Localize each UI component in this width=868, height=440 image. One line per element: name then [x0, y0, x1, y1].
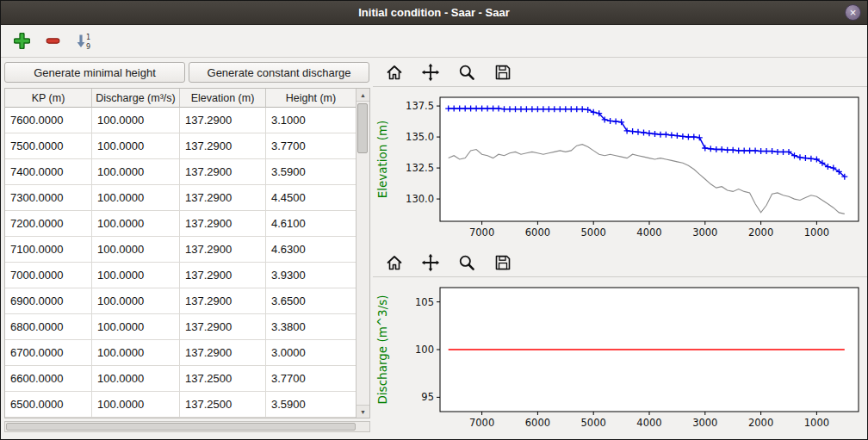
column-header[interactable]: Elevation (m) [180, 89, 266, 108]
table-cell[interactable]: 100.0000 [92, 185, 180, 211]
table-cell[interactable]: 137.2900 [180, 340, 266, 366]
table-cell[interactable]: 7300.0000 [5, 185, 92, 211]
main-toolbar: 1 9 [1, 25, 867, 58]
table-cell[interactable]: 137.2900 [180, 237, 266, 263]
table-row: 6700.0000100.0000137.29003.0000 [5, 340, 356, 366]
table-cell[interactable]: 3.6500 [266, 288, 356, 314]
table-row: 7400.0000100.0000137.29003.5900 [5, 159, 356, 185]
table-cell[interactable]: 4.6100 [266, 211, 356, 237]
table-cell[interactable]: 137.2500 [180, 392, 266, 418]
scroll-up-arrow-icon[interactable]: ▲ [356, 89, 369, 102]
discharge-plot-toolbar [373, 249, 867, 277]
table-cell[interactable]: 7400.0000 [5, 159, 92, 185]
table-cell[interactable]: 100.0000 [92, 108, 180, 133]
table-row: 7300.0000100.0000137.29004.4500 [5, 185, 356, 211]
table-cell[interactable]: 7600.0000 [5, 108, 92, 133]
table-cell[interactable]: 3.5900 [266, 392, 356, 418]
plot-area[interactable] [440, 97, 859, 221]
titlebar[interactable]: Initial condition - Saar - Saar × [1, 1, 867, 25]
pan-icon [421, 63, 440, 82]
table-cell[interactable]: 7500.0000 [5, 133, 92, 159]
table-cell[interactable]: 100.0000 [92, 340, 180, 366]
table-cell[interactable]: 3.1000 [266, 108, 356, 133]
elevation-plot-toolbar [373, 59, 867, 87]
table-cell[interactable]: 6900.0000 [5, 288, 92, 314]
plot-pan-button[interactable] [418, 251, 443, 275]
column-header[interactable]: Discharge (m³/s) [92, 89, 180, 108]
plot-pan-button[interactable] [418, 60, 443, 84]
table-body: 7600.0000100.0000137.29003.10007500.0000… [5, 108, 356, 418]
scroll-down-arrow-icon[interactable]: ▼ [356, 405, 369, 418]
table-cell[interactable]: 137.2900 [180, 211, 266, 237]
table-cell[interactable]: 4.6300 [266, 237, 356, 263]
y-tick-label: 95 [421, 391, 434, 403]
table-cell[interactable]: 3.0000 [266, 340, 356, 366]
table-cell[interactable]: 3.7700 [266, 366, 356, 392]
generate-constant-discharge-button[interactable]: Generate constant discharge [189, 62, 369, 83]
magnifier-icon [457, 63, 476, 82]
column-header[interactable]: KP (m) [5, 89, 92, 108]
sort-rows-button[interactable]: 1 9 [71, 30, 96, 53]
table-cell[interactable]: 100.0000 [92, 159, 180, 185]
plus-icon [14, 33, 30, 49]
table-cell[interactable]: 137.2900 [180, 185, 266, 211]
table-row: 6900.0000100.0000137.29003.6500 [5, 288, 356, 314]
table-cell[interactable]: 4.4500 [266, 185, 356, 211]
elevation-plot-canvas[interactable]: 7000600050004000300020001000130.0132.513… [373, 89, 865, 249]
table-cell[interactable]: 137.2900 [180, 263, 266, 288]
table-cell[interactable]: 100.0000 [92, 366, 180, 392]
generate-minimal-height-button[interactable]: Generate minimal height [4, 62, 185, 83]
x-tick-label: 4000 [636, 226, 661, 239]
plot-save-button[interactable] [490, 251, 516, 275]
table-cell[interactable]: 100.0000 [92, 237, 180, 263]
table-cell[interactable]: 7200.0000 [5, 211, 92, 237]
sort-icon: 1 9 [75, 33, 92, 50]
close-button[interactable]: × [845, 4, 861, 21]
table-cell[interactable]: 137.2900 [180, 108, 266, 133]
table-cell[interactable]: 137.2900 [180, 159, 266, 185]
vertical-scrollbar-thumb[interactable] [357, 103, 368, 153]
magnifier-icon [457, 253, 476, 272]
table-cell[interactable]: 3.3800 [266, 314, 356, 340]
table-cell[interactable]: 137.2900 [180, 314, 266, 340]
add-row-button[interactable] [9, 30, 34, 53]
y-tick-label: 130.0 [406, 193, 434, 205]
y-tick-label: 137.5 [406, 100, 434, 112]
table-cell[interactable]: 100.0000 [92, 211, 180, 237]
plot-zoom-button[interactable] [454, 60, 480, 84]
plot-home-button[interactable] [381, 60, 407, 84]
table-cell[interactable]: 137.2900 [180, 133, 266, 159]
save-icon [493, 63, 512, 82]
y-tick-label: 105 [415, 296, 434, 308]
table-cell[interactable]: 7000.0000 [5, 263, 92, 288]
generate-buttons-row: Generate minimal height Generate constan… [1, 62, 373, 83]
table-cell[interactable]: 6700.0000 [5, 340, 92, 366]
plot-save-button[interactable] [490, 60, 516, 84]
content: Generate minimal height Generate constan… [1, 59, 867, 439]
plot-zoom-button[interactable] [454, 251, 480, 275]
table-cell[interactable]: 100.0000 [92, 288, 180, 314]
table-cell[interactable]: 137.2900 [180, 288, 266, 314]
column-header[interactable]: Height (m) [266, 89, 356, 108]
y-axis-label: Elevation (m) [375, 121, 389, 199]
discharge-plot-canvas[interactable]: 700060005000400030002000100095100105Disc… [373, 279, 865, 439]
plot-home-button[interactable] [381, 251, 407, 275]
table-cell[interactable]: 6600.0000 [5, 366, 92, 392]
table-cell[interactable]: 100.0000 [92, 133, 180, 159]
table-cell[interactable]: 100.0000 [92, 263, 180, 288]
table-cell[interactable]: 6500.0000 [5, 392, 92, 418]
table-cell[interactable]: 6800.0000 [5, 314, 92, 340]
table-cell[interactable]: 3.7700 [266, 133, 356, 159]
table-cell[interactable]: 3.5900 [266, 159, 356, 185]
table-cell[interactable]: 100.0000 [92, 392, 180, 418]
table-cell[interactable]: 7100.0000 [5, 237, 92, 263]
table-cell[interactable]: 137.2500 [180, 366, 266, 392]
table-cell[interactable]: 100.0000 [92, 314, 180, 340]
table-horizontal-scrollbar[interactable] [4, 421, 370, 432]
horizontal-scrollbar-thumb[interactable] [6, 423, 356, 431]
table-vertical-scrollbar[interactable]: ▲ ▼ [356, 89, 369, 418]
table-cell[interactable]: 3.9300 [266, 263, 356, 288]
pan-icon [421, 253, 440, 272]
remove-row-button[interactable] [40, 30, 65, 53]
table-panel: Generate minimal height Generate constan… [1, 59, 373, 439]
